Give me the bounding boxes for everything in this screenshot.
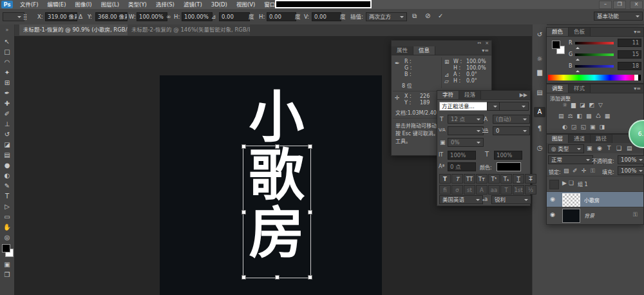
tab-info[interactable]: 信息 — [413, 46, 435, 55]
baseline-shift-field[interactable]: 0 点 — [448, 162, 476, 171]
exposure-icon[interactable]: ◩ — [589, 102, 595, 108]
group-name[interactable]: 组 1 — [578, 180, 588, 187]
layer-comps-panel-icon[interactable]: ▤ — [534, 88, 545, 98]
adjustments-panel-icon[interactable]: ☼ — [534, 54, 545, 64]
blend-mode-select[interactable]: 正常 — [548, 155, 593, 164]
vskew-field[interactable]: 0.00 — [312, 12, 341, 21]
kerning-select[interactable] — [448, 126, 484, 135]
handle-top-center[interactable] — [275, 144, 279, 149]
quick-selection-tool[interactable]: ✦ — [0, 67, 14, 77]
interpolation-select[interactable]: 两次立方 — [366, 12, 407, 21]
font-size-select[interactable]: 12 点 — [448, 115, 484, 124]
antialias-select[interactable]: 锐利 — [491, 195, 531, 204]
move-tool[interactable]: ↖ — [0, 36, 14, 46]
timeline-panel-icon[interactable]: ◷ — [534, 143, 545, 153]
tool-preset-picker[interactable] — [3, 12, 24, 21]
layer1-name[interactable]: 小歌房 — [584, 196, 600, 204]
histogram-panel-icon[interactable]: ▆ — [534, 67, 545, 77]
layer-row-group[interactable]: ▶ ❏ 组 1 — [547, 176, 643, 192]
screen-mode-button[interactable]: ❐ — [0, 269, 14, 280]
clone-stamp-tool[interactable]: ⊥ — [0, 119, 14, 129]
history-brush-tool[interactable]: ↺ — [0, 129, 14, 139]
foreground-color-swatch[interactable] — [2, 244, 10, 252]
angle-field[interactable]: 0.00 — [219, 12, 250, 21]
blur-tool[interactable]: ● — [0, 160, 14, 170]
handle-mid-left[interactable] — [242, 210, 246, 214]
all-caps-button[interactable]: TT — [464, 174, 475, 184]
info-collapse-icon[interactable]: ↔ — [477, 41, 481, 46]
relative-position-icon[interactable]: Δ — [79, 13, 82, 21]
color-spectrum-bar[interactable] — [548, 75, 641, 81]
commit-transform-icon[interactable]: ✓ — [438, 12, 443, 20]
superscript-button[interactable]: Tˢ — [488, 174, 500, 184]
info-panel-titlebar[interactable]: ↔ × — [392, 41, 491, 46]
g-slider-thumb[interactable] — [576, 57, 580, 61]
b-value-field[interactable]: 18 — [618, 62, 641, 70]
text-color-swatch[interactable] — [497, 162, 521, 171]
selective-color-icon[interactable]: ▣ — [590, 124, 596, 130]
handle-mid-right[interactable] — [308, 210, 312, 214]
tab-paths[interactable]: 路径 — [591, 135, 612, 143]
photo-filter-icon[interactable]: ▩ — [586, 113, 592, 119]
group-visibility-toggle[interactable] — [549, 180, 559, 189]
handle-bottom-left[interactable] — [242, 275, 246, 280]
layer-row-background[interactable]: ◉ 背景 ⚿ — [547, 207, 643, 223]
doc-tab-2[interactable]: 未标题-2-恢复的 @ 146%(矢量智能对象, RGB/8)× — [128, 24, 250, 35]
tracking-select[interactable]: 0 — [493, 126, 530, 135]
warp-mode-icon[interactable]: ⧉ — [412, 12, 417, 20]
quick-mask-button[interactable]: ▣ — [0, 259, 14, 269]
dodge-tool[interactable]: ◐ — [0, 170, 14, 180]
small-caps-button[interactable]: Tᴛ — [476, 174, 488, 184]
b-slider-track[interactable] — [575, 65, 614, 68]
w-field[interactable]: 100.00% — [137, 12, 167, 21]
menu-file[interactable]: 文件(F) — [15, 0, 43, 9]
layer2-visibility-icon[interactable]: ◉ — [550, 211, 555, 218]
ligatures-button[interactable]: fi — [439, 185, 451, 195]
menu-type[interactable]: 类型(Y) — [124, 0, 151, 9]
contextual-alternates-button[interactable]: σ — [451, 185, 463, 195]
underline-button[interactable]: T — [513, 174, 524, 184]
character-panel-expand-icon[interactable]: ▶▶ — [520, 91, 530, 99]
font-family-dropdown[interactable] — [487, 102, 500, 111]
tab-layers[interactable]: 图层 — [547, 135, 569, 143]
handle-bottom-right[interactable] — [308, 275, 312, 280]
font-style-select[interactable] — [499, 102, 529, 111]
crop-tool[interactable]: ⊞ — [0, 77, 14, 88]
brightness-contrast-icon[interactable]: ☼ — [562, 102, 567, 108]
lock-all-icon[interactable]: ⚿ — [591, 167, 595, 175]
color-panel-menu-icon[interactable]: ▾≡ — [634, 28, 643, 36]
language-select[interactable]: 美国英语 — [439, 195, 483, 204]
filter-shape-layers-icon[interactable]: ❑ — [616, 145, 621, 151]
tab-adjustments[interactable]: 调整 — [547, 84, 569, 93]
marquee-tool[interactable]: □ — [0, 46, 14, 57]
threshold-icon[interactable]: ◱ — [580, 124, 586, 130]
filter-adjustment-layers-icon[interactable]: ◉ — [597, 145, 602, 151]
ordinals-button[interactable]: 1st — [513, 185, 524, 195]
filter-type-layers-icon[interactable]: T — [607, 145, 611, 151]
panel-foreground-swatch[interactable] — [552, 41, 560, 49]
g-slider-track[interactable] — [575, 53, 614, 56]
hue-saturation-icon[interactable]: ▤ — [558, 113, 564, 119]
tab-channels[interactable]: 通道 — [569, 135, 591, 143]
filter-smart-objects-icon[interactable]: ▤ — [627, 145, 632, 151]
close-button[interactable]: × — [630, 1, 643, 9]
vibrance-icon[interactable]: ▽ — [598, 102, 603, 108]
reference-point-icon[interactable]: ⣿ — [23, 13, 28, 21]
cancel-transform-icon[interactable]: ⊘ — [425, 12, 430, 20]
eraser-tool[interactable]: ◪ — [0, 139, 14, 149]
gradient-tool[interactable]: ▤ — [0, 149, 14, 160]
restore-button[interactable]: ❐ — [613, 1, 626, 9]
layer2-thumbnail[interactable] — [562, 209, 580, 223]
horizontal-scale-field[interactable]: 100% — [494, 151, 522, 160]
lock-position-icon[interactable]: ✛ — [582, 167, 587, 174]
lock-pixels-icon[interactable]: ✐ — [573, 167, 578, 174]
minimize-button[interactable]: – — [599, 1, 612, 9]
pen-tool[interactable]: ✎ — [0, 180, 14, 191]
type-tool[interactable]: T — [0, 191, 14, 201]
levels-icon[interactable]: ▆ — [571, 102, 576, 108]
group-expand-arrow-icon[interactable]: ▶ — [562, 180, 567, 186]
transform-bounding-box[interactable] — [243, 146, 311, 278]
fractions-button[interactable]: ½ — [525, 185, 536, 195]
fill-select[interactable]: 100% — [618, 166, 644, 175]
toolbar-collapse[interactable]: » — [0, 24, 15, 36]
